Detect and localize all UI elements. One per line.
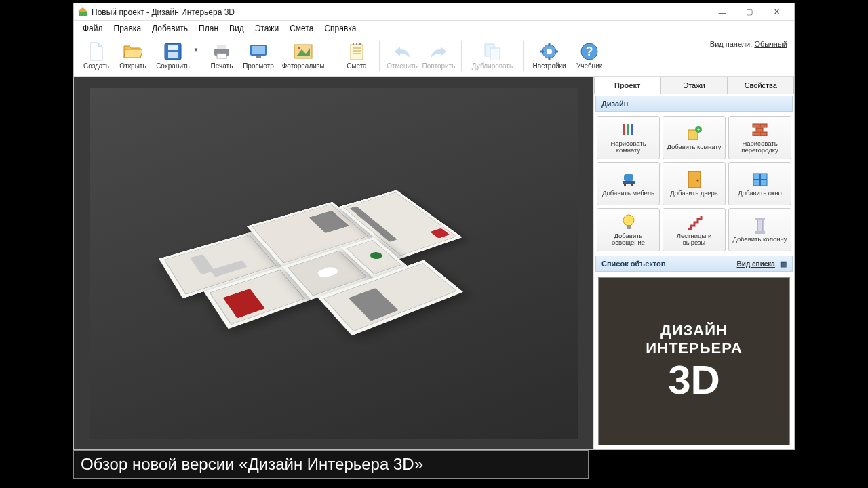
svg-rect-37	[753, 124, 760, 127]
add-door-button[interactable]: Добавить дверь	[663, 162, 726, 205]
undo-icon	[393, 42, 412, 61]
svg-rect-40	[753, 132, 760, 136]
settings-label: Настройки	[532, 62, 566, 70]
undo-button[interactable]: Отменить	[384, 37, 420, 75]
bulb-icon	[620, 214, 637, 231]
gear-icon	[540, 42, 559, 61]
save-label: Сохранить	[156, 62, 190, 70]
pencils-icon	[620, 121, 637, 139]
list-icon[interactable]: ▦	[780, 260, 787, 268]
menu-add[interactable]: Добавить	[147, 22, 193, 35]
objects-header-label: Список объектов	[601, 260, 665, 268]
add-window-button[interactable]: Добавить окно	[728, 162, 791, 205]
svg-rect-22	[490, 48, 500, 60]
view-list-link[interactable]: Вид списка	[737, 260, 775, 268]
menu-view[interactable]: Вид	[224, 22, 249, 35]
add-room-label: Добавить комнату	[667, 144, 721, 150]
menu-help[interactable]: Справка	[319, 22, 361, 35]
save-button[interactable]: Сохранить ▼	[151, 37, 195, 75]
svg-rect-3	[168, 45, 178, 50]
toolbar-separator	[199, 41, 199, 71]
budget-button[interactable]: Смета	[338, 37, 375, 75]
svg-rect-7	[217, 54, 226, 58]
add-furniture-label: Добавить мебель	[602, 190, 654, 197]
svg-rect-18	[353, 43, 354, 45]
redo-label: Повторить	[422, 62, 456, 70]
svg-marker-1	[78, 7, 87, 12]
print-button[interactable]: Печать	[203, 37, 240, 75]
panel-type-label: Вид панели:	[710, 40, 752, 48]
create-label: Создать	[83, 62, 109, 70]
folder-open-icon	[123, 42, 142, 61]
create-button[interactable]: Создать	[78, 37, 115, 75]
add-column-button[interactable]: Добавить колонну	[728, 208, 791, 251]
panel-type: Вид панели: Обычный	[710, 40, 787, 48]
menubar: Файл Правка Добавить План Вид Этажи Смет…	[74, 21, 794, 36]
3d-viewport[interactable]	[74, 77, 593, 449]
settings-button[interactable]: Настройки	[528, 37, 571, 75]
menu-plan[interactable]: План	[194, 22, 223, 35]
add-room-button[interactable]: + Добавить комнату	[663, 116, 726, 159]
close-button[interactable]: ✕	[763, 4, 790, 20]
save-dropdown-icon[interactable]: ▼	[193, 47, 199, 53]
menu-budget[interactable]: Смета	[285, 22, 318, 35]
tab-properties[interactable]: Свойства	[728, 77, 794, 94]
preview-button[interactable]: Просмотр	[240, 37, 277, 75]
draw-room-button[interactable]: Нарисовать комнату	[597, 116, 660, 159]
column-icon	[751, 217, 769, 235]
duplicate-button[interactable]: Дублировать	[466, 37, 519, 75]
window-controls: — ▢ ✕	[709, 4, 790, 20]
tutorial-button[interactable]: ? Учебник	[571, 37, 608, 75]
draw-partition-button[interactable]: Нарисовать перегородку	[728, 116, 791, 159]
add-column-label: Добавить колонну	[732, 236, 787, 243]
promo-banner: ДИЗАЙН ИНТЕРЬЕРА 3D	[598, 277, 790, 445]
photorealism-button[interactable]: Фотореализм	[277, 37, 330, 75]
add-furniture-button[interactable]: Добавить мебель	[597, 162, 660, 205]
menu-file[interactable]: Файл	[78, 22, 108, 35]
toolbar-separator	[379, 41, 380, 71]
redo-button[interactable]: Повторить	[420, 37, 457, 75]
floorplan-render	[90, 88, 578, 439]
room-plus-icon: +	[686, 125, 703, 142]
stairs-label: Лестницы и вырезы	[665, 232, 724, 247]
open-label: Открыть	[119, 62, 146, 70]
budget-label: Смета	[347, 62, 366, 70]
stairs-button[interactable]: Лестницы и вырезы	[663, 208, 726, 251]
add-lighting-label: Добавить освещение	[599, 232, 658, 247]
duplicate-label: Дублировать	[472, 62, 513, 70]
svg-rect-31	[623, 124, 625, 135]
design-section-header: Дизайн	[595, 96, 793, 112]
add-lighting-button[interactable]: Добавить освещение	[597, 208, 660, 251]
redo-icon	[429, 42, 448, 61]
toolbar-separator	[523, 41, 524, 71]
open-button[interactable]: Открыть	[115, 37, 151, 75]
draw-partition-label: Нарисовать перегородку	[730, 140, 789, 155]
svg-text:?: ?	[586, 45, 593, 58]
menu-floors[interactable]: Этажи	[250, 22, 283, 35]
preview-label: Просмотр	[243, 62, 274, 70]
svg-rect-4	[168, 52, 178, 58]
svg-rect-14	[351, 45, 363, 60]
svg-rect-6	[217, 45, 226, 49]
add-window-label: Добавить окно	[738, 190, 782, 197]
tab-project[interactable]: Проект	[594, 77, 660, 94]
toolbar-separator	[461, 41, 462, 71]
svg-rect-53	[757, 220, 763, 232]
minimize-button[interactable]: —	[709, 4, 736, 20]
svg-text:+: +	[696, 127, 700, 133]
banner-text-3: 3D	[668, 360, 720, 401]
svg-rect-42	[624, 174, 633, 181]
svg-point-51	[623, 215, 634, 226]
svg-rect-20	[359, 43, 361, 45]
svg-point-13	[298, 47, 300, 49]
notepad-icon	[347, 42, 366, 61]
panel-type-link[interactable]: Обычный	[754, 40, 787, 48]
svg-point-47	[696, 179, 698, 181]
maximize-button[interactable]: ▢	[736, 4, 763, 20]
help-icon: ?	[580, 42, 599, 61]
svg-rect-55	[755, 231, 765, 234]
svg-rect-0	[79, 12, 87, 16]
menu-edit[interactable]: Правка	[109, 22, 146, 35]
toolbar: Создать Открыть Сохранить ▼ Печать Просм…	[74, 36, 794, 77]
tab-floors[interactable]: Этажи	[660, 77, 727, 94]
